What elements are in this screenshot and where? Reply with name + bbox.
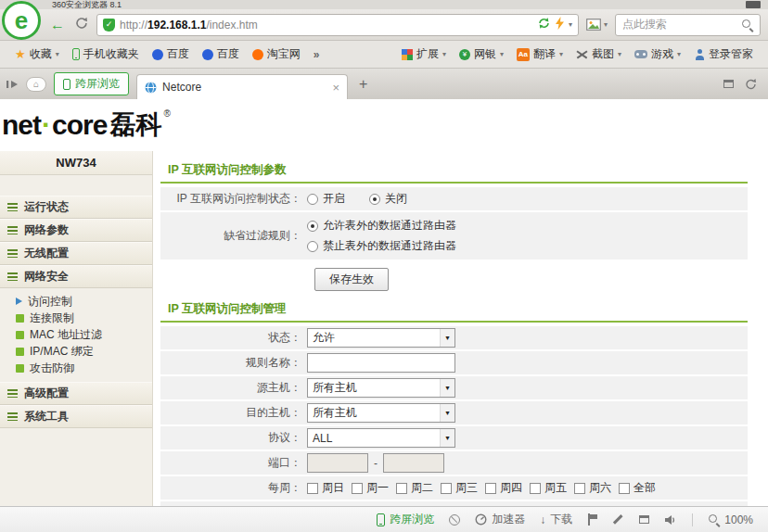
boss-key-icon[interactable] — [6, 79, 19, 90]
rule-name-input[interactable] — [307, 353, 455, 373]
mute-button[interactable] — [664, 514, 677, 526]
home-button[interactable]: ⌂ — [26, 77, 46, 92]
search-box[interactable]: 点此搜索 — [615, 14, 761, 36]
weekday-sunday[interactable]: 周日 — [307, 480, 344, 496]
speed-mode-icon[interactable] — [556, 17, 564, 32]
back-button[interactable]: ← — [48, 18, 67, 32]
radio-option-off[interactable]: 关闭 — [369, 191, 407, 207]
chevron-down-icon: ▾ — [559, 51, 563, 58]
main-menu-icon[interactable] — [746, 1, 761, 8]
cross-screen-label: 跨屏浏览 — [390, 512, 434, 527]
form-row-rule-name: 规则名称： — [160, 351, 748, 374]
checkbox-icon[interactable] — [352, 483, 363, 494]
browser-logo[interactable]: e — [2, 1, 41, 40]
radio-icon[interactable] — [307, 194, 318, 205]
tab-close-icon[interactable]: × — [332, 82, 339, 94]
login-manager-button[interactable]: 登录管家 — [688, 44, 759, 65]
sidebar-item-connection-limit[interactable]: 连接限制 — [0, 310, 152, 326]
cross-screen-status-button[interactable]: 跨屏浏览 — [377, 512, 434, 527]
report-button[interactable] — [587, 513, 597, 526]
radio-icon-selected[interactable] — [307, 221, 318, 232]
cross-screen-button[interactable]: 跨屏浏览 — [54, 72, 129, 95]
games-button[interactable]: 游戏▾ — [629, 44, 686, 65]
protocol-select[interactable]: ALL▼ — [307, 428, 455, 448]
checkbox-icon[interactable] — [441, 483, 452, 494]
window-mode-button[interactable] — [639, 515, 649, 524]
status-select[interactable]: 允许▼ — [307, 328, 455, 348]
radio-icon[interactable] — [307, 241, 318, 252]
weekday-tuesday[interactable]: 周二 — [396, 480, 433, 496]
zoom-icon — [708, 513, 720, 526]
sidebar-item-access-control[interactable]: 访问控制 — [0, 293, 152, 310]
port-from-input[interactable] — [307, 453, 368, 473]
checkbox-icon[interactable] — [619, 483, 630, 494]
sidebar-item-advanced-config[interactable]: 高级配置 — [0, 382, 152, 405]
checkbox-icon[interactable] — [574, 483, 585, 494]
source-host-select[interactable]: 所有主机▼ — [307, 378, 455, 398]
translate-button[interactable]: Aa翻译▾ — [511, 44, 569, 65]
ad-block-button[interactable] — [449, 514, 460, 526]
dest-host-select[interactable]: 所有主机▼ — [307, 403, 455, 423]
weekday-all[interactable]: 全部 — [619, 480, 656, 496]
sidebar-item-label: 高级配置 — [24, 386, 69, 401]
sidebar-item-running-status[interactable]: 运行状态 — [0, 196, 152, 219]
download-button[interactable]: ↓下载 — [540, 512, 572, 527]
radio-option-allow[interactable]: 允许表外的数据通过路由器 — [307, 218, 456, 234]
mode-dropdown-icon[interactable]: ▾ — [569, 21, 572, 29]
feedback-button[interactable] — [612, 513, 624, 526]
netbank-button[interactable]: ¥网银▾ — [454, 44, 509, 65]
sidebar-item-wireless-config[interactable]: 无线配置 — [0, 242, 152, 265]
refresh-button[interactable] — [72, 17, 91, 32]
weekday-wednesday[interactable]: 周三 — [441, 480, 478, 496]
checkbox-icon[interactable] — [530, 483, 541, 494]
window-layout-icon[interactable] — [723, 80, 734, 88]
sidebar-item-network-params[interactable]: 网络参数 — [0, 219, 152, 242]
radio-option-deny[interactable]: 禁止表外的数据通过路由器 — [307, 238, 456, 254]
screenshot-button[interactable]: 截图▾ — [570, 44, 627, 65]
checkbox-icon[interactable] — [396, 483, 407, 494]
bookmark-baidu-1[interactable]: 百度 — [147, 44, 195, 65]
radio-option-on[interactable]: 开启 — [307, 191, 345, 207]
field-label: 端口： — [160, 455, 307, 471]
bookmark-mobile-favorites[interactable]: 手机收藏夹 — [67, 44, 145, 65]
arrow-bullet-icon — [16, 298, 22, 305]
weekday-friday[interactable]: 周五 — [530, 480, 567, 496]
save-button[interactable]: 保存生效 — [314, 268, 389, 291]
weekday-thursday[interactable]: 周四 — [485, 480, 522, 496]
url-text: http://192.168.1.1/index.htm — [120, 19, 258, 32]
sidebar-subitem-label: 攻击防御 — [30, 361, 74, 376]
window-title: 360安全浏览器 8.1 — [52, 0, 122, 9]
extensions-button[interactable]: 扩展▾ — [396, 44, 452, 65]
sidebar-item-label: 系统工具 — [24, 409, 69, 424]
site-safety-icon[interactable]: ✓ — [103, 19, 115, 32]
weekday-saturday[interactable]: 周六 — [574, 480, 611, 496]
sidebar-item-system-tools[interactable]: 系统工具 — [0, 405, 152, 428]
field-label: 缺省过滤规则： — [160, 228, 307, 244]
sidebar-spacer — [0, 175, 152, 196]
sidebar-item-attack-defense[interactable]: 攻击防御 — [0, 360, 152, 376]
tab-netcore[interactable]: Netcore × — [136, 74, 348, 99]
sidebar-item-ip-mac-binding[interactable]: IP/MAC 绑定 — [0, 343, 152, 360]
sidebar-item-mac-filter[interactable]: MAC 地址过滤 — [0, 326, 152, 343]
compat-mode-icon[interactable] — [537, 17, 551, 32]
bookmark-taobao[interactable]: 淘宝网 — [247, 44, 306, 65]
new-tab-button[interactable]: + — [355, 77, 371, 92]
field-label: 规则名称： — [160, 355, 307, 371]
port-to-input[interactable] — [383, 453, 444, 473]
favorites-menu[interactable]: ★收藏▾ — [9, 44, 65, 65]
bookmark-baidu-2[interactable]: 百度 — [197, 44, 245, 65]
address-bar[interactable]: ✓ http://192.168.1.1/index.htm ▾ — [96, 14, 579, 36]
restore-session-icon[interactable] — [745, 78, 757, 90]
weekday-label: 周日 — [322, 480, 344, 496]
checkbox-icon[interactable] — [307, 483, 318, 494]
bookmarks-overflow-button[interactable]: » — [308, 45, 326, 64]
radio-icon-selected[interactable] — [369, 194, 380, 205]
search-icon[interactable] — [741, 19, 753, 31]
zoom-control[interactable]: 100% — [708, 513, 753, 526]
snapshot-button[interactable]: ▾ — [584, 19, 609, 31]
accelerator-button[interactable]: 加速器 — [475, 512, 525, 527]
checkbox-icon[interactable] — [485, 483, 496, 494]
weekday-label: 周三 — [455, 480, 478, 496]
sidebar-item-network-security[interactable]: 网络安全 — [0, 265, 152, 288]
weekday-monday[interactable]: 周一 — [352, 480, 389, 496]
